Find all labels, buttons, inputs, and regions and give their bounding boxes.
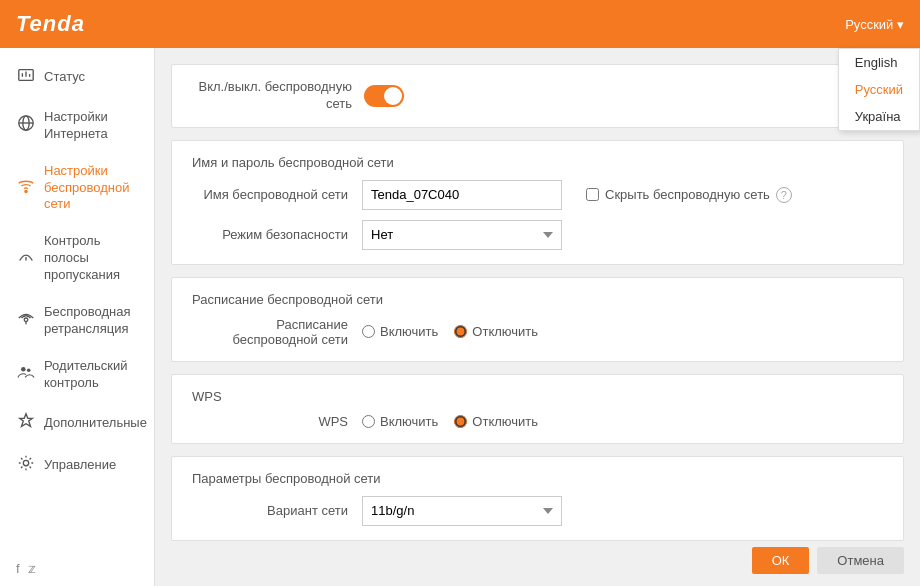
wps-row: WPS Включить Отключить [192, 414, 883, 429]
sidebar-label-repeater: Беспроводная ретрансляция [44, 304, 138, 338]
network-name-title: Имя и пароль беспроводной сети [192, 155, 883, 170]
svg-point-7 [25, 190, 27, 192]
sidebar: Статус Настройки Интернета Настройки бес… [0, 48, 155, 586]
network-name-card: Имя и пароль беспроводной сети Имя беспр… [171, 140, 904, 265]
sidebar-item-internet[interactable]: Настройки Интернета [0, 99, 154, 153]
schedule-title: Расписание беспроводной сети [192, 292, 883, 307]
schedule-enable-radio[interactable] [362, 325, 375, 338]
wps-disable-radio[interactable] [454, 415, 467, 428]
sidebar-item-bandwidth[interactable]: Контроль полосы пропускания [0, 223, 154, 294]
svg-point-11 [21, 367, 26, 372]
repeater-icon [16, 309, 36, 332]
sidebar-item-parental[interactable]: Родительский контроль [0, 348, 154, 402]
twitter-icon[interactable]: 𝕫 [28, 561, 36, 576]
wps-disable-label[interactable]: Отключить [454, 414, 538, 429]
wps-card: WPS WPS Включить Отключить [171, 374, 904, 444]
header: Tenda Русский ▾ English Русский Україна [0, 0, 920, 48]
ok-button[interactable]: ОК [752, 547, 810, 574]
toggle-row: Вкл./выкл. беспроводную сеть [192, 79, 883, 113]
status-icon [16, 66, 36, 89]
wifi-icon [16, 177, 36, 200]
wps-label: WPS [192, 414, 362, 429]
toggle-label: Вкл./выкл. беспроводную сеть [192, 79, 352, 113]
logo: Tenda [16, 11, 85, 37]
language-button[interactable]: Русский ▾ [845, 17, 904, 32]
parental-icon [16, 363, 36, 386]
sidebar-label-bandwidth: Контроль полосы пропускания [44, 233, 138, 284]
sidebar-item-advanced[interactable]: Дополнительные [0, 402, 154, 445]
schedule-enable-label[interactable]: Включить [362, 324, 438, 339]
svg-point-12 [27, 369, 31, 373]
schedule-disable-radio[interactable] [454, 325, 467, 338]
ssid-input[interactable] [362, 180, 562, 210]
sidebar-label-manage: Управление [44, 457, 116, 474]
toggle-card: Вкл./выкл. беспроводную сеть [171, 64, 904, 128]
sidebar-label-internet: Настройки Интернета [44, 109, 138, 143]
internet-icon [16, 114, 36, 137]
schedule-card: Расписание беспроводной сети Расписание … [171, 277, 904, 362]
security-row: Режим безопасности Нет WPA-PSK WPA2-PSK [192, 220, 883, 250]
button-row: ОК Отмена [752, 547, 904, 574]
network-mode-label: Вариант сети [192, 503, 362, 518]
svg-point-13 [23, 461, 28, 466]
hide-network-group: Скрыть беспроводную сеть ? [586, 187, 792, 203]
security-select[interactable]: Нет WPA-PSK WPA2-PSK [362, 220, 562, 250]
security-label: Режим безопасности [192, 227, 362, 242]
layout: Статус Настройки Интернета Настройки бес… [0, 48, 920, 586]
wps-radio-group: Включить Отключить [362, 414, 538, 429]
sidebar-item-manage[interactable]: Управление [0, 444, 154, 487]
sidebar-item-status[interactable]: Статус [0, 56, 154, 99]
network-mode-select[interactable]: 11b/g/n 11b/g 11b 11n [362, 496, 562, 526]
language-dropdown: English Русский Україна [838, 48, 920, 131]
wps-title: WPS [192, 389, 883, 404]
sidebar-label-parental: Родительский контроль [44, 358, 138, 392]
lang-option-ukraine[interactable]: Україна [839, 103, 919, 130]
svg-point-9 [24, 318, 28, 322]
facebook-icon[interactable]: f [16, 561, 20, 576]
sidebar-label-advanced: Дополнительные [44, 415, 147, 432]
lang-option-russian[interactable]: Русский [839, 76, 919, 103]
advanced-icon [16, 412, 36, 435]
wps-enable-radio[interactable] [362, 415, 375, 428]
sidebar-label-status: Статус [44, 69, 85, 86]
params-title: Параметры беспроводной сети [192, 471, 883, 486]
sidebar-item-wifi[interactable]: Настройки беспроводной сети [0, 153, 154, 224]
bandwidth-icon [16, 247, 36, 270]
schedule-row: Расписание беспроводной сети Включить От… [192, 317, 883, 347]
schedule-disable-text: Отключить [472, 324, 538, 339]
sidebar-nav: Статус Настройки Интернета Настройки бес… [0, 56, 154, 551]
hide-network-checkbox[interactable] [586, 188, 599, 201]
manage-icon [16, 454, 36, 477]
cancel-button[interactable]: Отмена [817, 547, 904, 574]
schedule-disable-label[interactable]: Отключить [454, 324, 538, 339]
ssid-label: Имя беспроводной сети [192, 187, 362, 202]
main-content: Вкл./выкл. беспроводную сеть Имя и парол… [155, 48, 920, 586]
schedule-label: Расписание беспроводной сети [192, 317, 362, 347]
schedule-enable-text: Включить [380, 324, 438, 339]
toggle-slider [364, 85, 404, 107]
wifi-toggle[interactable] [364, 85, 404, 107]
wps-disable-text: Отключить [472, 414, 538, 429]
sidebar-label-wifi: Настройки беспроводной сети [44, 163, 138, 214]
wps-enable-text: Включить [380, 414, 438, 429]
ssid-row: Имя беспроводной сети Скрыть беспроводну… [192, 180, 883, 210]
params-card: Параметры беспроводной сети Вариант сети… [171, 456, 904, 541]
sidebar-item-repeater[interactable]: Беспроводная ретрансляция [0, 294, 154, 348]
hide-network-help-icon[interactable]: ? [776, 187, 792, 203]
wps-enable-label[interactable]: Включить [362, 414, 438, 429]
sidebar-footer: f 𝕫 [0, 551, 154, 586]
lang-option-english[interactable]: English [839, 49, 919, 76]
hide-network-label: Скрыть беспроводную сеть [605, 187, 770, 202]
schedule-radio-group: Включить Отключить [362, 324, 538, 339]
network-mode-row: Вариант сети 11b/g/n 11b/g 11b 11n [192, 496, 883, 526]
